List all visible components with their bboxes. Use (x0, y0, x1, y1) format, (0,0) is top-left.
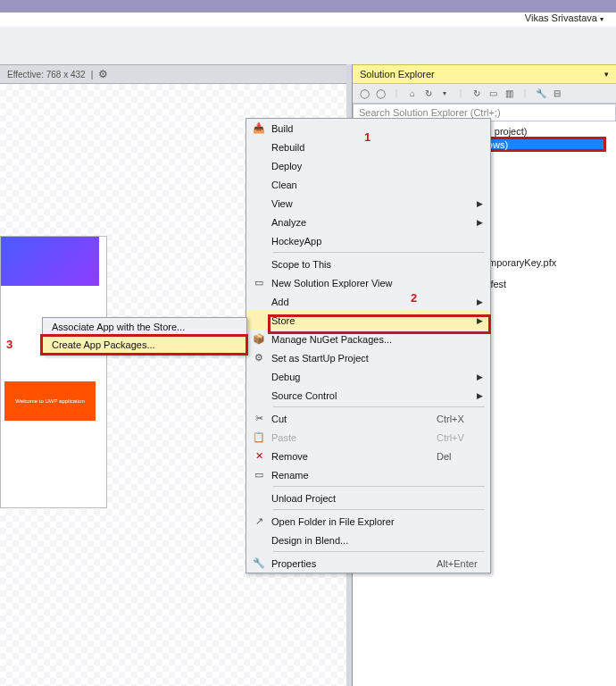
ctx-hockeyapp[interactable]: HockeyApp (246, 231, 490, 250)
ctx-rename[interactable]: ▭Rename (246, 465, 490, 484)
gear-icon: ⚙ (246, 352, 271, 364)
chevron-right-icon: ▶ (477, 372, 483, 381)
ctx-startup[interactable]: ⚙Set as StartUp Project (246, 348, 490, 367)
ctx-openfolder[interactable]: ↗Open Folder in File Explorer (246, 512, 490, 531)
annotation-3: 3 (6, 338, 12, 351)
remove-icon: ✕ (246, 450, 271, 462)
ctx-scope[interactable]: Scope to This (246, 255, 490, 273)
tree-item-manifest[interactable]: ifest (488, 279, 506, 289)
preview-gradient (1, 237, 99, 286)
sub-associate[interactable]: Associate App with the Store... (43, 318, 246, 336)
ctx-deploy[interactable]: Deploy (246, 156, 490, 175)
explorer-toolbar: ◯ ◯ | ⌂ ↻ ▾ | ↻ ▭ ▥ | 🔧 ⊟ (353, 84, 616, 104)
properties-icon[interactable]: 🔧 (535, 88, 547, 100)
refresh-icon[interactable]: ↻ (470, 88, 483, 100)
fwd-icon[interactable]: ◯ (374, 88, 387, 100)
chevron-right-icon: ▶ (477, 391, 483, 400)
ctx-cut[interactable]: ✂CutCtrl+X (246, 409, 490, 428)
gear-icon[interactable]: ⚙ (98, 68, 108, 80)
preview-tile: Welcome to UWP application (4, 381, 96, 421)
showall-icon[interactable]: ▥ (503, 88, 515, 100)
ctx-add[interactable]: Add▶ (246, 292, 490, 311)
cut-icon: ✂ (246, 413, 271, 424)
ctx-debug[interactable]: Debug▶ (246, 367, 490, 386)
chevron-right-icon: ▶ (477, 218, 483, 227)
build-icon: 📥 (246, 122, 271, 134)
phone-preview: Welcome to UWP application (0, 236, 107, 508)
tree-item-key[interactable]: mporaryKey.pfx (488, 257, 556, 268)
ctx-unload[interactable]: Unload Project (246, 489, 490, 507)
annotation-box-store (268, 314, 491, 334)
ctx-paste[interactable]: 📋PasteCtrl+V (246, 428, 490, 447)
nuget-icon: 📦 (246, 333, 271, 345)
solution-explorer-title: Solution Explorer (360, 69, 435, 79)
preview-icon[interactable]: ⊟ (551, 88, 563, 100)
chevron-right-icon: ▶ (477, 199, 483, 208)
ctx-analyze[interactable]: Analyze▶ (246, 213, 490, 231)
ctx-blend[interactable]: Design in Blend... (246, 531, 490, 549)
annotation-2: 2 (411, 291, 417, 305)
home-icon[interactable]: ⌂ (406, 88, 419, 100)
ctx-sourcecontrol[interactable]: Source Control▶ (246, 386, 490, 405)
ctx-newview[interactable]: ▭New Solution Explorer View (246, 273, 490, 292)
sync-icon[interactable]: ↻ (422, 88, 435, 100)
context-menu: 📥Build Rebuild Deploy Clean View▶ Analyz… (246, 118, 491, 573)
user-name: Vikas Srivastava (525, 13, 597, 23)
paste-icon: 📋 (246, 431, 271, 443)
back-icon[interactable]: ◯ (358, 88, 370, 100)
annotation-box-create (40, 334, 248, 356)
wrench-icon: 🔧 (246, 557, 271, 569)
ctx-clean[interactable]: Clean (246, 175, 490, 194)
open-folder-icon: ↗ (246, 515, 271, 527)
ctx-view[interactable]: View▶ (246, 194, 490, 213)
new-view-icon: ▭ (246, 277, 271, 289)
chevron-right-icon: ▶ (477, 297, 483, 306)
ctx-properties[interactable]: 🔧PropertiesAlt+Enter (246, 554, 490, 573)
effective-size-label: Effective: 768 x 432 (7, 70, 86, 79)
panel-dropdown-icon[interactable]: ▾ (604, 70, 609, 79)
collapse-icon[interactable]: ▭ (487, 88, 499, 100)
ctx-remove[interactable]: ✕RemoveDel (246, 447, 490, 465)
rename-icon: ▭ (246, 469, 271, 481)
search-placeholder: Search Solution Explorer (Ctrl+;) (359, 107, 501, 118)
user-menu-chevron[interactable]: ▾ (600, 15, 604, 23)
annotation-1: 1 (364, 130, 370, 144)
